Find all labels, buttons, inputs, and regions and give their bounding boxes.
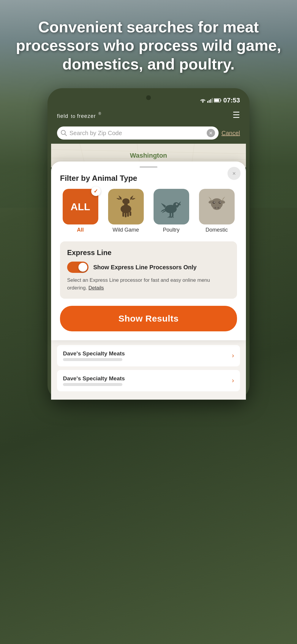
result-item-2[interactable]: Dave's Specialty Meats › xyxy=(57,370,240,391)
result-arrow-1: › xyxy=(232,352,234,360)
svg-point-0 xyxy=(202,102,203,103)
svg-rect-21 xyxy=(127,212,129,217)
hero-text: Convenient searches for meat processors … xyxy=(0,0,297,82)
phone-bottom-content: Dave's Specialty Meats › Dave's Specialt… xyxy=(51,340,246,400)
result-name-1: Dave's Specialty Meats xyxy=(63,350,125,357)
animal-item-domestic[interactable]: Domestic xyxy=(196,189,237,233)
express-line-toggle[interactable] xyxy=(67,262,89,273)
animal-tile-domestic[interactable] xyxy=(199,189,235,224)
logo-to: to xyxy=(71,114,77,119)
phone-frame: 07:53 FIELD to FREEZER ® ☰ Search by Zip… xyxy=(48,88,249,400)
deer-icon xyxy=(114,195,138,219)
filter-title: Filter by Animal Type xyxy=(60,174,237,183)
search-input[interactable]: Search by Zip Code xyxy=(69,130,204,137)
result-item-1[interactable]: Dave's Specialty Meats › xyxy=(57,345,240,366)
search-clear-button[interactable]: ✕ xyxy=(207,129,215,137)
result-item-left-2: Dave's Specialty Meats xyxy=(63,375,125,386)
express-toggle-label: Show Express Line Processors Only xyxy=(93,264,197,271)
svg-rect-18 xyxy=(124,203,128,207)
express-details-link[interactable]: Details xyxy=(89,285,104,291)
result-item-left-1: Dave's Specialty Meats xyxy=(63,350,125,361)
svg-rect-4 xyxy=(212,98,213,103)
express-description: Select an Express Line processor for fas… xyxy=(67,276,230,292)
animal-type-grid: ALL All xyxy=(60,189,237,233)
svg-rect-19 xyxy=(122,212,124,217)
svg-point-32 xyxy=(213,205,221,210)
animal-label-wild-game: Wild Game xyxy=(113,227,139,233)
logo-freezer: FREEZER xyxy=(77,113,96,119)
animal-label-domestic: Domestic xyxy=(206,227,228,233)
animal-tile-all[interactable]: ALL xyxy=(63,189,98,224)
animal-tile-poultry[interactable] xyxy=(154,189,189,224)
close-button[interactable]: × xyxy=(228,167,241,180)
all-tile-text: ALL xyxy=(70,201,90,213)
animal-label-all: All xyxy=(77,227,84,233)
bottom-sheet: × Filter by Animal Type ALL All xyxy=(51,162,246,340)
selected-check-badge xyxy=(91,186,101,196)
svg-point-37 xyxy=(214,202,214,203)
express-line-section: Express Line Show Express Line Processor… xyxy=(60,241,237,299)
animal-item-all[interactable]: ALL All xyxy=(60,189,101,233)
svg-point-16 xyxy=(127,202,129,203)
svg-rect-22 xyxy=(129,211,131,216)
svg-point-26 xyxy=(176,204,177,205)
svg-rect-3 xyxy=(210,99,211,103)
search-icon xyxy=(61,130,67,136)
show-results-button[interactable]: Show Results xyxy=(60,306,237,331)
express-title: Express Line xyxy=(67,249,230,257)
animal-item-poultry[interactable]: Poultry xyxy=(151,189,192,233)
wifi-icon xyxy=(200,98,206,103)
animal-tile-wild-game[interactable] xyxy=(108,189,144,224)
result-arrow-2: › xyxy=(232,377,234,384)
logo-field: FIELD xyxy=(57,113,68,119)
sheet-handle xyxy=(140,166,157,168)
svg-point-34 xyxy=(217,207,219,209)
animal-label-poultry: Poultry xyxy=(163,227,179,233)
result-meta-2 xyxy=(63,383,122,386)
svg-rect-7 xyxy=(214,99,219,102)
svg-rect-27 xyxy=(170,213,171,217)
animal-item-wild-game[interactable]: Wild Game xyxy=(105,189,146,233)
svg-rect-1 xyxy=(207,101,208,103)
express-toggle-row: Show Express Line Processors Only xyxy=(67,262,230,273)
app-header: FIELD to FREEZER ® ☰ xyxy=(51,107,246,124)
app-logo: FIELD to FREEZER ® xyxy=(57,110,101,120)
search-input-wrapper[interactable]: Search by Zip Code ✕ xyxy=(57,126,219,140)
svg-point-33 xyxy=(214,207,216,209)
search-bar-area: Search by Zip Code ✕ Cancel xyxy=(51,124,246,144)
cow-icon xyxy=(205,195,229,219)
svg-rect-2 xyxy=(209,100,210,103)
phone-container: 07:53 FIELD to FREEZER ® ☰ Search by Zip… xyxy=(0,88,297,400)
battery-icon xyxy=(214,98,222,102)
svg-point-38 xyxy=(219,202,220,203)
status-icons xyxy=(200,98,222,103)
svg-line-9 xyxy=(65,134,67,136)
result-name-2: Dave's Specialty Meats xyxy=(63,375,125,382)
status-bar-right: 07:53 xyxy=(200,96,240,104)
toggle-knob xyxy=(78,263,87,272)
svg-rect-6 xyxy=(220,99,221,101)
camera-notch xyxy=(146,95,151,100)
status-time: 07:53 xyxy=(223,96,240,104)
svg-rect-28 xyxy=(172,213,173,217)
map-label: Washington xyxy=(130,152,167,159)
hamburger-menu-icon[interactable]: ☰ xyxy=(233,110,240,120)
signal-icon xyxy=(207,98,213,103)
status-bar: 07:53 xyxy=(51,94,246,107)
cancel-button[interactable]: Cancel xyxy=(222,130,240,137)
bird-icon xyxy=(159,195,183,219)
result-meta-1 xyxy=(63,358,122,361)
svg-rect-20 xyxy=(125,212,127,217)
